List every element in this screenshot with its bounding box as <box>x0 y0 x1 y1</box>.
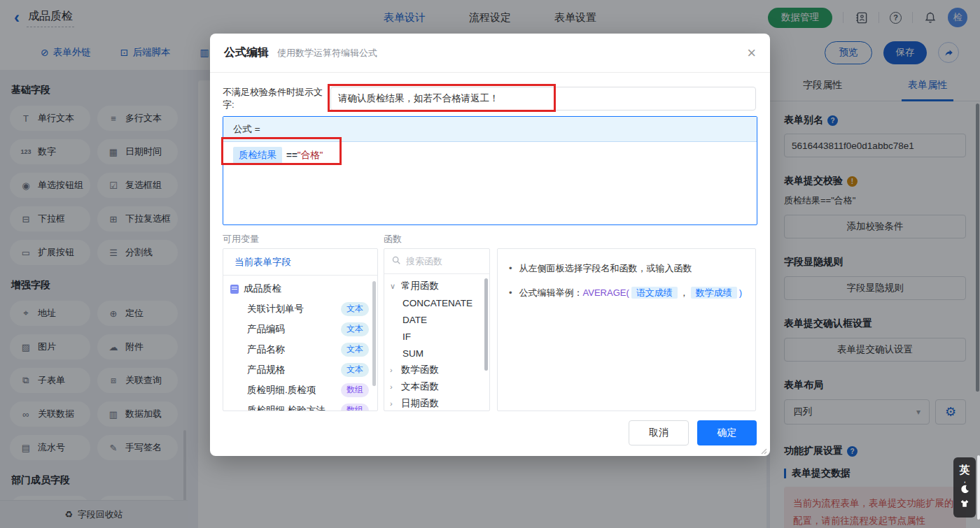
formula-editor[interactable]: 公式 = 质检结果=="合格" <box>223 116 757 225</box>
variable-row[interactable]: 关联计划单号文本 <box>223 299 377 319</box>
functions-panel: ∨常用函数 CONCATENATE DATE IF SUM ›数学函数 ›文本函… <box>384 248 490 411</box>
function-item[interactable]: DATE <box>384 311 489 328</box>
example-field-chip: 语文成绩 <box>631 287 678 299</box>
ime-widget[interactable]: 英 ， <box>953 457 976 518</box>
hint-message-input[interactable] <box>330 87 756 110</box>
shirt-icon[interactable] <box>960 499 969 511</box>
variable-row[interactable]: 产品名称文本 <box>223 339 377 359</box>
function-item[interactable]: CONCATENATE <box>384 294 489 311</box>
variable-row[interactable]: 质检明细.检验方法数组 <box>223 400 377 411</box>
type-badge: 文本 <box>341 343 369 357</box>
formula-field-chip[interactable]: 质检结果 <box>233 147 282 164</box>
chevron-down-icon: ∨ <box>390 282 397 291</box>
formula-operator: == <box>286 150 298 160</box>
formula-edit-modal: 公式编辑 使用数学运算符编辑公式 × 不满足校验条件时提示文字: 公式 = 质检… <box>210 34 770 456</box>
bullet-icon: • <box>509 286 512 301</box>
tip-line: •从左侧面板选择字段名和函数，或输入函数 <box>509 262 744 276</box>
function-item[interactable]: IF <box>384 328 489 345</box>
variables-root-node[interactable]: 成品质检 <box>223 279 377 299</box>
variable-row[interactable]: 产品编码文本 <box>223 319 377 339</box>
page-scrollbar-thumb[interactable] <box>977 455 980 520</box>
tab-current-form-fields[interactable]: 当前表单字段 <box>223 249 377 276</box>
type-badge: 文本 <box>341 302 369 316</box>
example-function-name: AVERAGE( <box>583 287 629 298</box>
close-icon[interactable]: × <box>747 45 756 61</box>
function-item[interactable]: SUM <box>384 345 489 362</box>
functions-label: 函数 <box>384 233 402 245</box>
ime-language-indicator[interactable]: 英 <box>960 464 970 477</box>
formula-value: "合格" <box>298 150 323 160</box>
type-badge: 文本 <box>341 322 369 336</box>
variable-row[interactable]: 质检明细.质检项数组 <box>223 380 377 400</box>
resize-handle[interactable] <box>759 445 767 453</box>
moon-icon[interactable] <box>960 484 970 497</box>
function-search-input[interactable] <box>406 256 476 266</box>
tips-panel: •从左侧面板选择字段名和函数，或输入函数 • 公式编辑举例：AVERAGE(语文… <box>497 248 756 411</box>
chevron-right-icon: › <box>390 366 397 374</box>
ime-punctuation-indicator[interactable]: ， <box>961 478 968 483</box>
formula-header: 公式 = <box>223 117 757 142</box>
confirm-button[interactable]: 确定 <box>697 420 757 445</box>
variable-row[interactable]: 产品规格文本 <box>223 359 377 380</box>
modal-subtitle: 使用数学运算符编辑公式 <box>277 47 377 59</box>
type-badge: 数组 <box>341 404 369 412</box>
modal-title: 公式编辑 <box>224 45 269 60</box>
function-group-date[interactable]: ›日期函数 <box>384 395 489 411</box>
functions-scrollbar-thumb[interactable] <box>484 278 488 371</box>
function-group-common[interactable]: ∨常用函数 <box>384 278 489 294</box>
hint-label: 不满足校验条件时提示文字: <box>223 86 330 111</box>
variables-scrollbar-thumb[interactable] <box>372 281 376 386</box>
bullet-icon: • <box>509 262 512 276</box>
type-badge: 数组 <box>341 383 369 397</box>
chevron-right-icon: › <box>390 399 397 408</box>
type-badge: 文本 <box>341 363 369 377</box>
form-doc-icon <box>230 285 239 294</box>
tip-example-line: • 公式编辑举例：AVERAGE(语文成绩，数学成绩) <box>509 286 744 301</box>
function-group-text[interactable]: ›文本函数 <box>384 378 489 395</box>
chevron-right-icon: › <box>390 383 397 391</box>
example-field-chip: 数学成绩 <box>691 287 737 299</box>
cancel-button[interactable]: 取消 <box>629 420 689 445</box>
variables-label: 可用变量 <box>223 233 259 245</box>
function-group-math[interactable]: ›数学函数 <box>384 362 489 378</box>
search-icon <box>391 255 401 268</box>
variables-panel: 当前表单字段 成品质检 关联计划单号文本 产品编码文本 产品名称文本 产品规格文… <box>223 248 378 411</box>
